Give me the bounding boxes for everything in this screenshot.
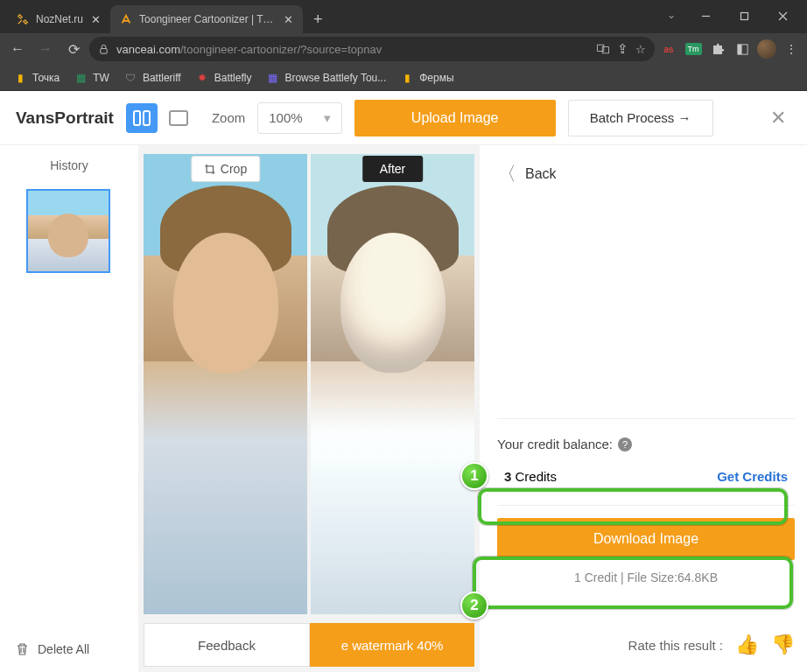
tools-icon (16, 12, 30, 26)
back-button[interactable]: ← (5, 37, 30, 61)
bottom-actions: Feedback e watermark 40% (144, 623, 474, 667)
original-image (144, 154, 307, 614)
thumbs-down-button[interactable]: 👎 (771, 634, 795, 656)
help-icon[interactable]: ? (618, 438, 632, 452)
zoom-select[interactable]: 100% ▾ (257, 102, 341, 134)
minimize-button[interactable] (686, 4, 725, 28)
bookmark[interactable]: ▦Browse Battlefy Tou... (259, 68, 392, 88)
bookmark[interactable]: ▮Фермы (394, 68, 460, 88)
zoom-value: 100% (269, 110, 302, 125)
rate-row: Rate this result : 👍 👎 (497, 634, 795, 656)
app-header: VansPortrait Zoom 100% ▾ Upload Image Ba… (0, 91, 807, 145)
thumbs-up-button[interactable]: 👍 (735, 634, 759, 656)
address-bar: ← → ⟳ vanceai.com/toongineer-cartoonizer… (0, 33, 807, 65)
compare-area: Crop After Feedback e watermark 40% (138, 145, 480, 672)
svg-rect-4 (602, 47, 608, 53)
app-body: History Delete All Crop (0, 145, 807, 672)
browser-tab-active[interactable]: Toongineer Cartoonizer | Turn Ph ✕ (110, 5, 303, 33)
app-title: VansPortrait (16, 108, 114, 128)
shield-icon: 🛡 (123, 71, 137, 85)
delete-all-button[interactable]: Delete All (0, 626, 138, 672)
grid-icon: ▦ (265, 71, 279, 85)
lastfm-icon[interactable]: as (658, 38, 679, 60)
close-window-button[interactable] (763, 4, 802, 28)
chevron-down-icon[interactable]: ⌄ (667, 9, 676, 21)
svg-rect-8 (144, 111, 150, 125)
folder-icon: ▮ (13, 71, 27, 85)
trash-icon (16, 642, 29, 656)
profile-avatar[interactable] (756, 38, 777, 60)
credits-count: 3 (504, 469, 511, 484)
history-tab[interactable]: History (0, 145, 138, 186)
app-root: VansPortrait Zoom 100% ▾ Upload Image Ba… (0, 91, 807, 672)
reload-button[interactable]: ⟳ (61, 37, 86, 61)
star-icon[interactable]: ☆ (635, 43, 646, 56)
upload-image-button[interactable]: Upload Image (354, 100, 556, 136)
ai-favicon-icon (119, 12, 133, 26)
tab-title: NozNet.ru (36, 13, 83, 25)
close-panel-button[interactable]: ✕ (765, 107, 791, 130)
thumbnail-list (0, 186, 138, 626)
batch-process-button[interactable]: Batch Process → (568, 100, 713, 136)
side-by-side-view-button[interactable] (126, 103, 158, 133)
single-view-button[interactable] (163, 103, 194, 133)
close-icon[interactable]: ✕ (89, 13, 102, 25)
flame-icon: ✸ (195, 71, 209, 85)
chevron-left-icon: 〈 (497, 161, 516, 187)
url-input[interactable]: vanceai.com/toongineer-cartoonizer/?sour… (89, 37, 655, 61)
browser-tab[interactable]: NozNet.ru ✕ (7, 5, 110, 33)
folder-icon: ▮ (400, 71, 414, 85)
translate-icon[interactable] (596, 42, 610, 56)
after-panel: After (311, 154, 474, 614)
close-icon[interactable]: ✕ (282, 13, 294, 25)
bookmark[interactable]: ▦TW (67, 68, 116, 88)
bookmarks-bar: ▮Точка ▦TW 🛡Battleriff ✸Battlefly ▦Brows… (0, 65, 807, 91)
puzzle-icon[interactable] (707, 38, 728, 60)
new-tab-button[interactable]: + (303, 5, 333, 33)
extension-icons: as Tm ⋮ (658, 38, 802, 60)
url-text: vanceai.com/toongineer-cartoonizer/?sour… (116, 43, 589, 56)
tab-title: Toongineer Cartoonizer | Turn Ph (139, 13, 276, 25)
caret-down-icon: ▾ (324, 110, 331, 126)
svg-rect-3 (598, 45, 604, 51)
sidebar: History Delete All (0, 145, 138, 672)
right-panel: 〈 Back Your credit balance: ? 3 Credits … (480, 145, 807, 672)
history-thumbnail[interactable] (26, 189, 110, 273)
credit-balance-label: Your credit balance: ? (497, 431, 795, 460)
reader-icon[interactable] (732, 38, 753, 60)
window-controls (686, 4, 802, 28)
file-info: 1 Credit | File Size:64.8KB (497, 570, 795, 584)
svg-rect-6 (737, 44, 741, 53)
crop-button[interactable]: Crop (191, 156, 260, 182)
credits-row: 3 Credits Get Credits (497, 460, 795, 493)
zoom-label: Zoom (212, 110, 245, 125)
lock-icon (98, 44, 109, 55)
browser-tab-strip: NozNet.ru ✕ Toongineer Cartoonizer | Tur… (0, 0, 807, 33)
get-credits-link[interactable]: Get Credits (717, 469, 788, 484)
share-icon[interactable]: ⇪ (617, 41, 628, 57)
svg-rect-7 (134, 111, 140, 125)
svg-rect-9 (170, 111, 187, 125)
after-label: After (362, 156, 424, 182)
view-toggle-group (126, 103, 194, 133)
sheets-icon: ▦ (74, 71, 88, 85)
tm-icon[interactable]: Tm (683, 38, 704, 60)
forward-button[interactable]: → (33, 37, 58, 61)
menu-icon[interactable]: ⋮ (781, 38, 802, 60)
cartoon-image (311, 154, 474, 614)
maximize-button[interactable] (725, 4, 763, 28)
back-button[interactable]: 〈 Back (497, 161, 795, 187)
watermark-button[interactable]: e watermark 40% (310, 623, 474, 667)
feedback-button[interactable]: Feedback (144, 623, 310, 667)
svg-rect-1 (740, 12, 747, 19)
svg-rect-2 (101, 48, 107, 53)
download-image-button[interactable]: Download Image (497, 518, 795, 560)
before-panel: Crop (144, 154, 307, 614)
bookmark[interactable]: 🛡Battleriff (117, 68, 187, 88)
bookmark[interactable]: ▮Точка (7, 68, 66, 88)
crop-icon (204, 164, 215, 175)
bookmark[interactable]: ✸Battlefly (189, 68, 258, 88)
